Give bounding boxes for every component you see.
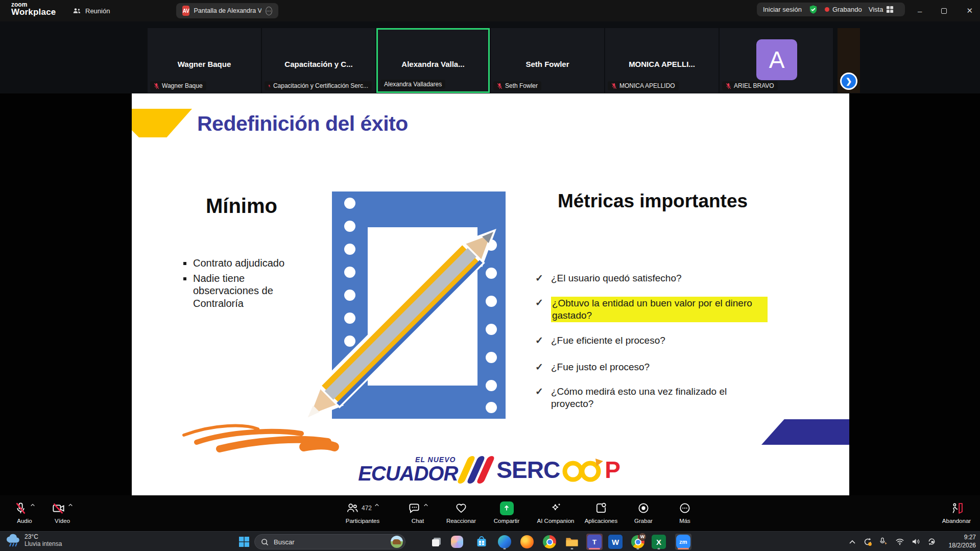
muted-mic-icon xyxy=(497,83,503,89)
next-participants-button[interactable]: ❯ xyxy=(840,73,857,90)
file-explorer-button[interactable] xyxy=(564,534,580,550)
participant-label-text: Wagner Baque xyxy=(162,82,203,89)
search-input[interactable]: Buscar xyxy=(254,534,405,549)
zoom-meeting-window: zoom Workplace ⌄ Reunión AV Pantalla de … xyxy=(0,0,980,551)
checklist-text: ¿Fue eficiente el proceso? xyxy=(551,334,665,347)
maximize-button[interactable] xyxy=(941,8,947,14)
edge-icon xyxy=(498,535,511,548)
search-placeholder: Buscar xyxy=(274,538,294,546)
titlebar-status-group: Iniciar sesión Grabando Vista xyxy=(757,3,905,16)
close-button[interactable]: ✕ xyxy=(966,6,973,15)
chat-icon xyxy=(408,501,421,515)
participant-strip: Wagner Baque Wagner Baque Capacitación y… xyxy=(0,21,980,93)
search-icon xyxy=(261,538,269,546)
rain-cloud-icon xyxy=(5,533,20,547)
folder-icon xyxy=(565,536,579,547)
check-icon: ✓ xyxy=(535,334,543,347)
copilot-button[interactable] xyxy=(449,534,465,550)
chevron-down-icon[interactable]: ⌄ xyxy=(51,7,56,14)
slide-title: Redefinición del éxito xyxy=(197,112,408,136)
video-label: Vídeo xyxy=(55,518,70,524)
tab-shared-screen-label: Pantalla de Alexandra Valladares xyxy=(194,7,261,14)
shared-screen-stage: Redefinición del éxito Mínimo Contrato a… xyxy=(0,93,980,495)
shield-check-icon xyxy=(808,5,818,14)
excel-button[interactable]: X xyxy=(651,534,667,550)
participant-tile[interactable]: A ARIEL BRAVO xyxy=(720,28,833,93)
tab-meeting[interactable]: Reunión xyxy=(66,3,116,18)
tab-options-icon[interactable]: ⋯ xyxy=(266,7,272,15)
participant-name: MONICA APELLI... xyxy=(605,60,719,68)
participant-label-text: Seth Fowler xyxy=(505,82,538,89)
brand-workplace: Workplace xyxy=(11,8,56,16)
weather-condition: Lluvia intensa xyxy=(25,540,62,547)
checklist-item-highlighted: ✓ ¿Obtuvo la entidad un buen valor por e… xyxy=(535,297,768,322)
profile-badge: W xyxy=(638,533,647,541)
titlebar: zoom Workplace ⌄ Reunión AV Pantalla de … xyxy=(0,0,980,21)
leave-button[interactable]: Abandonar xyxy=(926,500,980,524)
muted-mic-icon xyxy=(611,83,617,89)
footer-logos: EL NUEVO ECUADOR SERC P xyxy=(356,450,622,490)
video-button[interactable]: Vídeo xyxy=(32,500,93,524)
participant-tile-active-speaker[interactable]: Alexandra Valla... Alexandra Valladares xyxy=(376,28,490,93)
participant-tile[interactable]: MONICA APELLI... MONICA APELLIDO xyxy=(605,28,719,93)
temperature: 23°C xyxy=(25,533,62,540)
slide-corner-banner xyxy=(761,419,849,445)
zoom-workplace-logo: zoom Workplace xyxy=(11,2,56,16)
teams-button[interactable]: T xyxy=(586,534,603,550)
participant-tile[interactable]: Seth Fowler Seth Fowler xyxy=(491,28,604,93)
weather-widget[interactable]: 23°C Lluvia intensa xyxy=(5,533,62,547)
sync-update-icon[interactable] xyxy=(863,537,872,546)
signin-button[interactable]: Iniciar sesión xyxy=(763,6,802,13)
word-button[interactable]: W xyxy=(607,534,624,550)
participant-label: Capacitación y Certificación Serc... xyxy=(265,81,372,90)
more-icon xyxy=(678,501,691,515)
firefox-button[interactable] xyxy=(519,534,535,550)
windows-taskbar: 23°C Lluvia intensa Buscar xyxy=(0,531,980,551)
check-icon: ✓ xyxy=(535,361,543,373)
store-button[interactable] xyxy=(473,534,490,550)
camera-muted-icon xyxy=(52,501,65,515)
pencil-clipboard-illustration xyxy=(148,169,526,454)
copilot-icon xyxy=(451,536,463,548)
participant-name: Alexandra Valla... xyxy=(378,60,488,68)
zoom-app-button[interactable]: zm xyxy=(675,534,691,550)
sercop-logo-text: SERC xyxy=(496,456,560,484)
chrome-profile-button[interactable]: W xyxy=(630,534,646,550)
check-icon: ✓ xyxy=(535,297,543,322)
participants-label: Participantes xyxy=(346,518,379,524)
mic-in-use-icon[interactable] xyxy=(879,537,888,546)
react-label: Reaccionar xyxy=(446,518,476,524)
check-icon: ✓ xyxy=(535,272,543,284)
participant-label: Alexandra Valladares xyxy=(380,80,445,89)
task-view-button[interactable] xyxy=(428,534,445,550)
tab-shared-screen[interactable]: AV Pantalla de Alexandra Valladares ⋯ xyxy=(176,3,278,18)
share-label: Compartir xyxy=(494,518,519,524)
participant-label-text: Capacitación y Certificación Serc... xyxy=(273,82,368,89)
chrome-button[interactable] xyxy=(541,534,558,550)
participants-button[interactable]: 472 Participantes xyxy=(332,500,393,524)
start-button[interactable] xyxy=(236,534,252,550)
wifi-icon[interactable] xyxy=(895,538,904,545)
participant-tile[interactable]: Capacitación y C... Capacitación y Certi… xyxy=(262,28,375,93)
view-button[interactable]: Vista xyxy=(869,6,894,13)
people-icon xyxy=(73,7,81,15)
audio-label: Audio xyxy=(17,518,32,524)
chevron-up-icon[interactable] xyxy=(374,503,379,507)
chevron-up-icon[interactable] xyxy=(423,503,428,507)
edge-button[interactable] xyxy=(496,534,513,550)
leave-label: Abandonar xyxy=(942,518,971,524)
layout-grid-icon xyxy=(886,6,894,13)
chevron-up-icon[interactable] xyxy=(68,503,73,507)
record-label: Grabar xyxy=(634,518,653,524)
share-screen-icon xyxy=(500,501,514,515)
participant-tile[interactable]: Wagner Baque Wagner Baque xyxy=(148,28,261,93)
history-icon[interactable] xyxy=(927,537,936,546)
search-daily-image[interactable] xyxy=(391,536,403,548)
chrome-icon xyxy=(543,535,556,548)
clock[interactable]: 9:27 18/2/2026 xyxy=(949,533,976,549)
participants-count: 472 xyxy=(362,505,372,512)
minimize-button[interactable]: – xyxy=(918,7,922,15)
more-button[interactable]: Más xyxy=(654,500,715,524)
speaker-icon[interactable] xyxy=(912,538,920,545)
tray-expand-icon[interactable] xyxy=(849,539,856,544)
